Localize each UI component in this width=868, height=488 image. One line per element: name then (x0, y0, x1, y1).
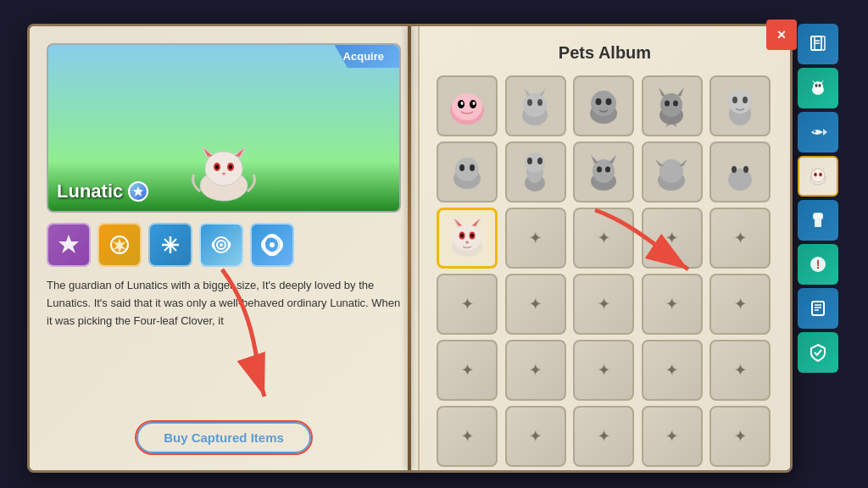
pet-slot-14[interactable]: ✦ (709, 208, 771, 269)
svg-point-65 (470, 233, 474, 236)
svg-point-50 (537, 158, 542, 164)
svg-point-16 (220, 243, 223, 247)
pet-slot-22[interactable]: ✦ (573, 340, 634, 401)
pet-slot-10-selected[interactable] (437, 208, 498, 269)
locked-star: ✦ (665, 359, 680, 381)
locked-star: ✦ (665, 425, 680, 447)
svg-point-58 (732, 166, 737, 173)
svg-marker-7 (133, 186, 143, 197)
pet-creature-svg (181, 145, 266, 204)
pet-thumb-3 (647, 80, 698, 131)
locked-star: ✦ (596, 425, 611, 447)
svg-point-84 (813, 213, 818, 218)
svg-point-40 (732, 97, 737, 103)
svg-point-61 (453, 224, 481, 251)
pet-type-icon (128, 181, 148, 202)
book: × Acquire (27, 24, 793, 473)
locked-star: ✦ (732, 359, 748, 381)
pet-slot-23[interactable]: ✦ (642, 340, 703, 401)
pet-slot-24[interactable]: ✦ (709, 340, 771, 401)
svg-point-37 (673, 100, 678, 106)
sidebar-chef-button[interactable] (798, 200, 838, 241)
pet-slot-3[interactable] (642, 75, 703, 136)
pet-slot-26[interactable]: ✦ (505, 406, 566, 467)
pet-description: The guardian of Lunatics with a bigger s… (47, 277, 401, 412)
pet-slot-29[interactable]: ✦ (709, 406, 771, 467)
locked-star: ✦ (732, 293, 748, 315)
pet-thumb-6 (510, 147, 561, 197)
svg-point-19 (270, 242, 275, 247)
svg-point-36 (665, 100, 670, 106)
pet-thumb-1 (510, 80, 561, 131)
pet-slot-2[interactable] (573, 75, 634, 136)
svg-point-6 (222, 173, 225, 175)
pet-slot-18[interactable]: ✦ (642, 274, 703, 335)
skill-icon-1[interactable] (47, 223, 91, 267)
locked-star: ✦ (528, 425, 543, 447)
skill-icon-4[interactable] (199, 223, 243, 267)
pet-slot-8[interactable] (642, 141, 703, 202)
svg-point-73 (815, 84, 817, 87)
locked-star: ✦ (665, 227, 680, 249)
svg-point-66 (465, 241, 469, 243)
pet-slot-1[interactable] (505, 75, 566, 136)
svg-point-21 (452, 93, 482, 120)
locked-star: ✦ (732, 227, 748, 249)
pet-slot-27[interactable]: ✦ (573, 406, 634, 467)
spine-decoration (408, 26, 411, 470)
pet-slot-4[interactable] (709, 75, 771, 136)
close-button[interactable]: × (766, 19, 797, 50)
svg-point-75 (813, 130, 815, 133)
locked-star: ✦ (528, 227, 543, 249)
right-page: Pets Album (420, 26, 790, 470)
svg-rect-88 (812, 302, 824, 315)
pet-slot-21[interactable]: ✦ (505, 340, 566, 401)
pet-slot-15[interactable]: ✦ (437, 274, 498, 335)
right-sidebar: ! (798, 24, 841, 473)
pet-slot-16[interactable]: ✦ (505, 274, 566, 335)
pet-slot-17[interactable]: ✦ (573, 274, 634, 335)
skill-icon-3[interactable] (148, 223, 192, 267)
svg-point-28 (527, 99, 532, 106)
skill-icon-2[interactable] (97, 223, 142, 267)
buy-captured-items-button[interactable]: Buy Captured Items (136, 422, 311, 453)
pet-slot-25[interactable]: ✦ (437, 406, 498, 467)
pet-slot-11[interactable]: ✦ (505, 208, 566, 269)
svg-point-25 (472, 102, 475, 105)
skill-icons (47, 223, 401, 267)
sidebar-fish-button[interactable] (798, 112, 838, 152)
sidebar-book-button[interactable] (798, 24, 838, 64)
pet-slot-13[interactable]: ✦ (642, 208, 703, 269)
sidebar-scroll-button[interactable] (798, 288, 838, 329)
svg-point-59 (743, 166, 748, 173)
pet-slot-7[interactable] (573, 141, 634, 202)
svg-point-27 (523, 93, 547, 117)
pet-slot-12[interactable]: ✦ (573, 208, 634, 269)
locked-star: ✦ (596, 293, 611, 315)
pet-thumb-8 (647, 147, 698, 197)
sidebar-pet-cat-button[interactable] (798, 68, 838, 108)
pet-slot-19[interactable]: ✦ (709, 274, 771, 335)
svg-point-74 (818, 84, 821, 87)
pet-slot-9[interactable] (709, 141, 771, 202)
pet-slot-5[interactable] (437, 141, 498, 202)
svg-point-35 (660, 93, 682, 117)
svg-point-85 (818, 213, 823, 218)
skill-icon-5[interactable] (250, 223, 294, 267)
svg-point-81 (820, 174, 821, 175)
pet-thumb-4 (715, 80, 765, 131)
pet-thumb-2 (578, 80, 629, 131)
pet-slot-28[interactable]: ✦ (642, 406, 703, 467)
left-page: Acquire (30, 26, 420, 470)
pet-slot-20[interactable]: ✦ (437, 340, 498, 401)
svg-point-33 (605, 98, 611, 105)
sidebar-shield-button[interactable] (798, 332, 838, 373)
sidebar-pet-active-button[interactable] (798, 156, 838, 197)
svg-point-5 (229, 165, 232, 169)
pet-slot-0[interactable] (437, 75, 498, 136)
pet-slot-6[interactable] (505, 141, 566, 202)
locked-star: ✦ (596, 359, 611, 381)
sidebar-alert-button[interactable]: ! (798, 244, 838, 285)
locked-star: ✦ (528, 293, 543, 315)
acquired-badge: Acquire (335, 45, 399, 68)
